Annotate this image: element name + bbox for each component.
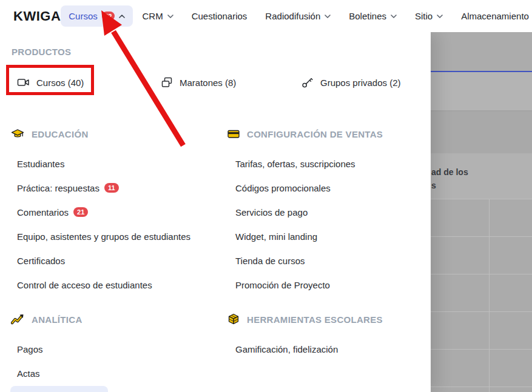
stack-icon [161,76,173,88]
menu-item[interactable]: Estudiantes [17,151,227,176]
nav-item-sitio[interactable]: Sitio [406,5,452,27]
school-tools-section: HERRAMIENTAS ESCOLARES Gamificación, fid… [227,312,431,361]
partial-text: ad de los [431,165,532,179]
count-badge: 11 [104,183,119,193]
menu-item[interactable]: Control de acceso de estudiantes [17,273,227,297]
menu-item[interactable]: Códigos promocionales [235,176,431,200]
nav-item-label: Sitio [415,11,433,21]
product-item-label: Grupos privados (2) [320,78,401,88]
product-item-grupos-privados[interactable]: Grupos privados (2) [301,75,401,90]
chevron-down-icon [325,15,331,18]
sales-configuration-section: CONFIGURACIÓN DE VENTAS Tarifas, ofertas… [227,127,431,297]
partial-text: s [431,179,532,192]
school-tools-menu-list: Gamificación, fidelización [227,337,431,361]
nav-item-radiodifusion[interactable]: Radiodifusión [256,5,340,27]
section-header-label: EDUCACIÓN [32,129,89,139]
background-partial-heading: ad de los s [431,153,532,199]
video-camera-icon [17,76,30,88]
background-table-row [431,387,532,392]
chart-up-icon [11,313,24,325]
nav-item-cuestionarios[interactable]: Cuestionarios [183,5,257,27]
nav-item-label: Almacenamiento [461,11,529,21]
background-band [431,111,532,153]
background-table-row [431,349,532,387]
analytics-section: ANALÍTICA Pagos Actas [11,312,227,385]
background-table-row [431,199,532,236]
menu-item[interactable]: Comentarios 21 [17,200,227,224]
main-nav: Cursos 32 CRM Cuestionarios Radiodifusió… [61,5,532,27]
nav-item-label: CRM [142,11,163,21]
products-section-header: PRODUCTOS [12,47,431,58]
nav-item-label: Radiodifusión [265,11,320,21]
menu-item[interactable]: Gamificación, fidelización [235,337,431,361]
product-item-maratones[interactable]: Maratones (8) [161,75,301,90]
cube-icon [227,313,240,325]
menu-item[interactable]: Widget, mini landing [235,224,431,248]
section-header-label: CONFIGURACIÓN DE VENTAS [247,129,383,139]
key-icon [301,76,314,88]
section-header-label: HERRAMIENTAS ESCOLARES [247,314,383,325]
nav-item-boletines[interactable]: Boletines [340,5,406,27]
section-header-label: ANALÍTICA [32,314,82,325]
school-tools-section-header: HERRAMIENTAS ESCOLARES [227,312,431,327]
menu-item[interactable]: Práctica: respuestas 11 [17,176,227,200]
chevron-down-icon [167,15,173,18]
nav-item-almacenamiento[interactable]: Almacenamiento [452,5,532,27]
background-table-row [431,274,532,311]
background-table-row [431,236,532,274]
education-menu-list: Estudiantes Práctica: respuestas 11 Come… [11,151,227,297]
dimmed-background-page: ad de los s [431,32,532,392]
nav-item-crm[interactable]: CRM [133,5,182,27]
product-item-label: Maratones (8) [180,78,236,88]
product-item-label: Cursos (40) [36,78,84,88]
chevron-down-icon [437,15,443,18]
sales-section-header: CONFIGURACIÓN DE VENTAS [227,127,431,141]
menu-item-highlight-cutoff[interactable] [10,386,108,392]
nav-item-cursos[interactable]: Cursos 32 [61,5,133,27]
product-item-cursos[interactable]: Cursos (40) [17,75,161,90]
menu-item[interactable]: Actas [17,361,227,385]
nav-item-label: Boletines [349,11,386,21]
menu-item[interactable]: Certificados [17,248,227,273]
top-navigation-bar: KWIGA Cursos 32 CRM Cuestionarios Radiod… [0,0,532,32]
analytics-section-header: ANALÍTICA [11,312,227,327]
sales-menu-list: Tarifas, ofertas, suscripciones Códigos … [227,151,431,297]
background-table-row [431,311,532,349]
count-badge: 21 [73,207,88,217]
menu-item[interactable]: Equipo, asistentes y grupos de estudiant… [17,224,227,248]
notification-badge: 32 [102,12,115,21]
education-section-header: EDUCACIÓN [11,127,227,141]
chevron-up-icon [119,15,125,18]
menu-item[interactable]: Pagos [17,337,227,361]
background-band [431,32,532,72]
cursos-mega-menu: PRODUCTOS Cursos (40) Maratones (8) [0,32,431,392]
chevron-down-icon [391,15,397,18]
menu-item[interactable]: Tienda de cursos [235,248,431,273]
menu-item[interactable]: Tarifas, ofertas, suscripciones [235,151,431,176]
graduation-cap-icon [11,128,24,140]
nav-item-label: Cursos [69,11,98,21]
education-section: EDUCACIÓN Estudiantes Práctica: respuest… [11,127,227,297]
menu-item[interactable]: Promoción de Proyecto [235,273,431,297]
nav-item-label: Cuestionarios [192,11,247,21]
credit-card-icon [227,128,240,140]
menu-item[interactable]: Servicios de pago [235,200,431,224]
products-row: Cursos (40) Maratones (8) Grupos priva [0,75,431,90]
background-band [431,72,532,111]
kwiga-logo[interactable]: KWIGA [13,8,61,24]
background-table [431,199,532,392]
analytics-menu-list: Pagos Actas [11,337,227,385]
